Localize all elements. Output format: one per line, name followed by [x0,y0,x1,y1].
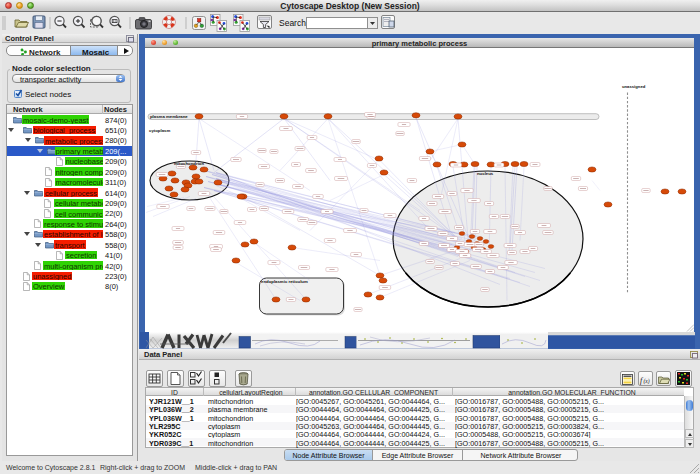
svg-text:plasma membrane: plasma membrane [150,114,188,119]
svg-text:nucleus: nucleus [477,171,494,176]
svg-text:(x): (x) [644,377,650,384]
svg-text:unassigned: unassigned [622,83,646,88]
svg-text:endoplasmic reticulum: endoplasmic reticulum [261,279,308,284]
svg-text:Search:: Search: [279,18,308,28]
svg-text:mitochondrion: mitochondrion [174,160,204,165]
svg-text:cytoplasm: cytoplasm [149,128,170,133]
